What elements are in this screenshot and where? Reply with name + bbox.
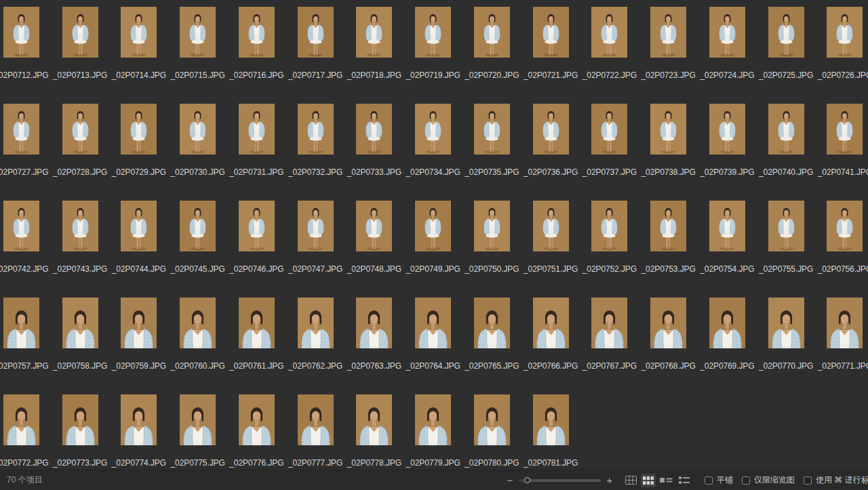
tile-checkbox-box[interactable]: [705, 476, 713, 485]
thumbnail-size-slider[interactable]: [518, 476, 601, 485]
file-cell[interactable]: _02P0723.JPG: [639, 0, 698, 97]
photo-thumbnail[interactable]: [533, 394, 569, 445]
photo-thumbnail[interactable]: [239, 201, 275, 251]
photo-thumbnail[interactable]: [827, 7, 863, 58]
file-cell[interactable]: _02P0750.JPG: [462, 194, 521, 291]
photo-thumbnail[interactable]: [591, 104, 627, 155]
photo-thumbnail[interactable]: [650, 104, 686, 155]
photo-thumbnail[interactable]: [709, 298, 745, 348]
photo-thumbnail[interactable]: [474, 298, 510, 348]
photo-thumbnail[interactable]: [180, 201, 216, 251]
thumbnail-smaller-button[interactable]: −: [505, 476, 515, 485]
file-cell[interactable]: _02P0740.JPG: [757, 97, 816, 194]
file-cell[interactable]: _02P0768.JPG: [639, 291, 698, 388]
file-cell[interactable]: _02P0725.JPG: [757, 0, 816, 97]
photo-thumbnail[interactable]: [121, 7, 157, 58]
photo-thumbnail[interactable]: [3, 394, 39, 445]
photo-thumbnail[interactable]: [827, 298, 863, 348]
file-cell[interactable]: _02P0760.JPG: [168, 291, 227, 388]
file-cell[interactable]: _02P0754.JPG: [698, 194, 757, 291]
view-list-button[interactable]: [677, 474, 692, 487]
file-cell[interactable]: _02P0749.JPG: [403, 194, 462, 291]
cmd-rating-checkbox-box[interactable]: [804, 476, 812, 485]
file-cell[interactable]: _02P0732.JPG: [286, 97, 345, 194]
photo-thumbnail[interactable]: [121, 298, 157, 348]
photo-thumbnail[interactable]: [474, 7, 510, 58]
file-cell[interactable]: _02P0769.JPG: [698, 291, 757, 388]
file-cell[interactable]: _02P0728.JPG: [51, 97, 110, 194]
file-cell[interactable]: _02P0763.JPG: [345, 291, 404, 388]
photo-thumbnail[interactable]: [650, 298, 686, 348]
photo-thumbnail[interactable]: [768, 7, 804, 58]
photo-thumbnail[interactable]: [121, 394, 157, 445]
file-cell[interactable]: _02P0721.JPG: [521, 0, 580, 97]
file-cell[interactable]: _02P0731.JPG: [227, 97, 286, 194]
photo-thumbnail[interactable]: [591, 7, 627, 58]
file-cell[interactable]: _02P0776.JPG: [227, 388, 286, 470]
file-cell[interactable]: _02P0751.JPG: [521, 194, 580, 291]
photo-thumbnail[interactable]: [768, 201, 804, 251]
file-cell[interactable]: _02P0737.JPG: [580, 97, 639, 194]
file-cell[interactable]: _02P0779.JPG: [403, 388, 462, 470]
file-cell[interactable]: _02P0762.JPG: [286, 291, 345, 388]
file-cell[interactable]: _02P0724.JPG: [698, 0, 757, 97]
photo-thumbnail[interactable]: [239, 104, 275, 155]
file-cell[interactable]: _02P0735.JPG: [462, 97, 521, 194]
photo-thumbnail[interactable]: [298, 201, 334, 251]
photo-thumbnail[interactable]: [474, 201, 510, 251]
view-thumbnails-button[interactable]: [641, 474, 656, 487]
file-cell[interactable]: _02P0718.JPG: [345, 0, 404, 97]
file-cell[interactable]: _02P0772.JPG: [0, 388, 51, 470]
photo-thumbnail[interactable]: [62, 104, 98, 155]
thumbnail-larger-button[interactable]: +: [605, 476, 614, 485]
file-cell[interactable]: _02P0753.JPG: [639, 194, 698, 291]
photo-thumbnail[interactable]: [474, 104, 510, 155]
file-cell[interactable]: _02P0780.JPG: [462, 388, 521, 470]
photo-thumbnail[interactable]: [415, 104, 451, 155]
file-cell[interactable]: _02P0759.JPG: [110, 291, 169, 388]
photo-thumbnail[interactable]: [356, 104, 392, 155]
photo-thumbnail[interactable]: [709, 201, 745, 251]
file-cell[interactable]: _02P0744.JPG: [110, 194, 169, 291]
photo-thumbnail[interactable]: [709, 7, 745, 58]
photo-thumbnail[interactable]: [827, 104, 863, 155]
photo-thumbnail[interactable]: [650, 7, 686, 58]
photo-thumbnail[interactable]: [768, 298, 804, 348]
file-cell[interactable]: _02P0778.JPG: [345, 388, 404, 470]
file-cell[interactable]: _02P0713.JPG: [51, 0, 110, 97]
file-cell[interactable]: _02P0729.JPG: [110, 97, 169, 194]
photo-thumbnail[interactable]: [180, 7, 216, 58]
file-cell[interactable]: _02P0747.JPG: [286, 194, 345, 291]
slider-track[interactable]: [518, 479, 601, 482]
file-cell[interactable]: _02P0752.JPG: [580, 194, 639, 291]
photo-thumbnail[interactable]: [180, 298, 216, 348]
file-cell[interactable]: _02P0764.JPG: [403, 291, 462, 388]
grid-lock-button[interactable]: [623, 474, 639, 487]
file-cell[interactable]: _02P0765.JPG: [462, 291, 521, 388]
file-cell[interactable]: _02P0717.JPG: [286, 0, 345, 97]
photo-thumbnail[interactable]: [121, 104, 157, 155]
file-cell[interactable]: _02P0733.JPG: [345, 97, 404, 194]
photo-thumbnail[interactable]: [533, 7, 569, 58]
file-cell[interactable]: _02P0773.JPG: [51, 388, 110, 470]
file-cell[interactable]: _02P0755.JPG: [757, 194, 816, 291]
cmd-rating-checkbox[interactable]: 使用 ⌘ 进行标记和评级: [804, 474, 868, 486]
photo-thumbnail[interactable]: [474, 394, 510, 445]
photo-thumbnail[interactable]: [3, 104, 39, 155]
photo-thumbnail[interactable]: [356, 394, 392, 445]
thumbnails-only-checkbox-box[interactable]: [742, 476, 750, 485]
photo-thumbnail[interactable]: [356, 7, 392, 58]
file-cell[interactable]: _02P0716.JPG: [227, 0, 286, 97]
slider-knob[interactable]: [524, 477, 530, 483]
photo-thumbnail[interactable]: [298, 7, 334, 58]
photo-thumbnail[interactable]: [298, 394, 334, 445]
photo-thumbnail[interactable]: [533, 201, 569, 251]
file-cell[interactable]: _02P0715.JPG: [168, 0, 227, 97]
file-cell[interactable]: _02P0746.JPG: [227, 194, 286, 291]
file-cell[interactable]: _02P0742.JPG: [0, 194, 51, 291]
file-cell[interactable]: _02P0726.JPG: [816, 0, 868, 97]
photo-thumbnail[interactable]: [709, 104, 745, 155]
file-cell[interactable]: _02P0770.JPG: [757, 291, 816, 388]
file-cell[interactable]: _02P0766.JPG: [521, 291, 580, 388]
file-cell[interactable]: _02P0730.JPG: [168, 97, 227, 194]
